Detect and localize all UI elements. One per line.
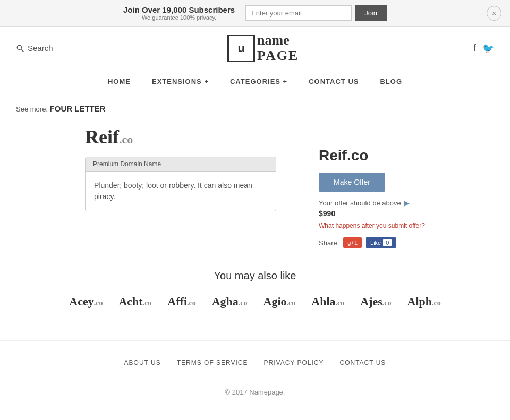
footer-link-item[interactable]: TERMS OF SERVICE [177, 359, 248, 366]
offer-above-label: Your offer should be above [319, 199, 401, 207]
domain-list-item[interactable]: Acht.co [118, 295, 151, 308]
footer-link-item[interactable]: ABOUT US [124, 359, 161, 366]
domain-co: .co [239, 299, 248, 307]
nav-contact[interactable]: CONTACT US [309, 78, 359, 85]
also-like-title: You may also like [16, 270, 494, 282]
svg-point-0 [17, 45, 21, 49]
domain-card: Premium Domain Name Plunder; booty; loot… [85, 157, 276, 211]
domain-list-item[interactable]: Agha.co [212, 295, 248, 308]
domain-co: .co [94, 299, 103, 307]
domain-co: .co [336, 299, 345, 307]
footer-link-item[interactable]: CONTACT US [339, 359, 386, 366]
domain-co: .co [382, 299, 392, 307]
see-more-value[interactable]: FOUR LETTER [50, 104, 106, 113]
domain-co: .co [187, 299, 196, 307]
domain-list-item[interactable]: Alph.co [407, 295, 441, 308]
search-icon [16, 44, 24, 53]
domain-right: Reif.co Make Offer Your offer should be … [319, 126, 425, 248]
svg-line-1 [21, 49, 24, 52]
fb-count: 0 [383, 239, 392, 246]
domain-title-right: Reif.co [319, 147, 368, 164]
what-happens-link[interactable]: What happens after you submit offer? [319, 222, 425, 229]
footer-links: ABOUT USTERMS OF SERVICEPRIVACY POLICYCO… [0, 352, 510, 374]
domain-section: Reif.co Premium Domain Name Plunder; boo… [16, 126, 494, 248]
banner-email-input[interactable] [245, 5, 352, 21]
site-footer: ABOUT USTERMS OF SERVICEPRIVACY POLICYCO… [0, 340, 510, 412]
nav-categories[interactable]: CATEGORIES + [230, 78, 287, 85]
offer-arrow-icon: ▶ [404, 199, 410, 207]
offer-amount: $990 [319, 209, 335, 218]
domain-co: .co [287, 299, 296, 307]
logo-page: PAGE [257, 48, 299, 64]
domain-logo-large: Reif.co [85, 126, 133, 148]
domain-card-tab: Premium Domain Name [86, 157, 276, 172]
banner-subtitle: We guarantee 100% privacy. [123, 14, 235, 21]
banner-title: Join Over 19,000 Subscribers [123, 5, 235, 14]
logo-name: name [257, 33, 299, 48]
domain-name-large: Reif [85, 126, 119, 148]
main-content: See more: FOUR LETTER Reif.co Premium Do… [0, 93, 510, 340]
domain-card-body: Plunder; booty; loot or robbery. It can … [86, 172, 276, 211]
banner-join-button[interactable]: Join [355, 5, 387, 21]
nav-home[interactable]: HOME [108, 78, 131, 85]
footer-copyright: © 2017 Namepage. [0, 383, 510, 401]
fb-like-button[interactable]: Like 0 [366, 237, 396, 248]
logo-box: u [227, 35, 255, 62]
offer-above-row: Your offer should be above ▶ [319, 199, 410, 207]
domain-list-item[interactable]: Ahla.co [311, 295, 344, 308]
also-like-section: You may also like Acey.coAcht.coAffi.coA… [16, 270, 494, 308]
domain-co: .co [432, 299, 441, 307]
domain-list-item[interactable]: Ajes.co [360, 295, 391, 308]
facebook-icon[interactable]: f [473, 42, 476, 54]
banner-close-button[interactable]: × [487, 6, 502, 21]
logo-u-letter: u [237, 41, 244, 55]
domain-co: .co [143, 299, 152, 307]
domain-list-item[interactable]: Acey.co [69, 295, 103, 308]
domain-co-large: .co [119, 133, 133, 146]
header-social: f 🐦 [473, 42, 494, 54]
make-offer-button[interactable]: Make Offer [319, 173, 385, 192]
footer-link-item[interactable]: PRIVACY POLICY [264, 359, 324, 366]
twitter-icon[interactable]: 🐦 [482, 42, 494, 54]
domain-list: Acey.coAcht.coAffi.coAgha.coAgio.coAhla.… [16, 295, 494, 308]
logo-text: name PAGE [257, 33, 299, 63]
site-logo[interactable]: u name PAGE [227, 33, 299, 63]
search-label: Search [28, 44, 53, 53]
main-nav: HOME EXTENSIONS + CATEGORIES + CONTACT U… [0, 70, 510, 93]
site-header: Search u name PAGE f 🐦 [0, 27, 510, 70]
nav-blog[interactable]: BLOG [380, 78, 402, 85]
see-more-label: See more: [16, 105, 48, 113]
share-label: Share: [319, 239, 339, 247]
share-row: Share: g+1 Like 0 [319, 237, 396, 248]
fb-like-label: Like [370, 239, 381, 246]
banner-text: Join Over 19,000 Subscribers We guarante… [123, 5, 235, 21]
domain-list-item[interactable]: Agio.co [264, 295, 296, 308]
nav-extensions[interactable]: EXTENSIONS + [152, 78, 209, 85]
gplus-button[interactable]: g+1 [343, 237, 362, 248]
domain-left: Reif.co Premium Domain Name Plunder; boo… [85, 126, 276, 211]
see-more: See more: FOUR LETTER [16, 104, 494, 113]
top-banner: Join Over 19,000 Subscribers We guarante… [0, 0, 510, 27]
domain-list-item[interactable]: Affi.co [167, 295, 196, 308]
search-trigger[interactable]: Search [16, 44, 53, 53]
